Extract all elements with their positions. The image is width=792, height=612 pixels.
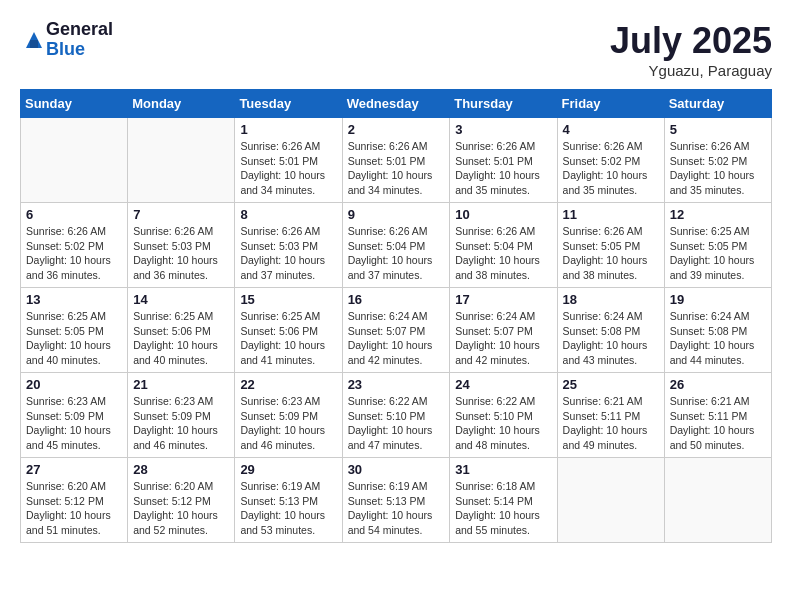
day-number: 9: [348, 207, 445, 222]
calendar-cell: 21Sunrise: 6:23 AM Sunset: 5:09 PM Dayli…: [128, 373, 235, 458]
day-number: 3: [455, 122, 551, 137]
day-number: 17: [455, 292, 551, 307]
calendar-cell: 12Sunrise: 6:25 AM Sunset: 5:05 PM Dayli…: [664, 203, 771, 288]
calendar-cell: 28Sunrise: 6:20 AM Sunset: 5:12 PM Dayli…: [128, 458, 235, 543]
day-info: Sunrise: 6:23 AM Sunset: 5:09 PM Dayligh…: [133, 394, 229, 453]
calendar-cell: 23Sunrise: 6:22 AM Sunset: 5:10 PM Dayli…: [342, 373, 450, 458]
day-number: 11: [563, 207, 659, 222]
day-number: 24: [455, 377, 551, 392]
day-info: Sunrise: 6:25 AM Sunset: 5:06 PM Dayligh…: [133, 309, 229, 368]
week-row-3: 13Sunrise: 6:25 AM Sunset: 5:05 PM Dayli…: [21, 288, 772, 373]
calendar-cell: 1Sunrise: 6:26 AM Sunset: 5:01 PM Daylig…: [235, 118, 342, 203]
calendar-cell: 14Sunrise: 6:25 AM Sunset: 5:06 PM Dayli…: [128, 288, 235, 373]
calendar-cell: 15Sunrise: 6:25 AM Sunset: 5:06 PM Dayli…: [235, 288, 342, 373]
day-info: Sunrise: 6:24 AM Sunset: 5:07 PM Dayligh…: [455, 309, 551, 368]
calendar-table: SundayMondayTuesdayWednesdayThursdayFrid…: [20, 89, 772, 543]
day-info: Sunrise: 6:22 AM Sunset: 5:10 PM Dayligh…: [455, 394, 551, 453]
day-number: 20: [26, 377, 122, 392]
day-info: Sunrise: 6:26 AM Sunset: 5:02 PM Dayligh…: [563, 139, 659, 198]
day-number: 27: [26, 462, 122, 477]
day-info: Sunrise: 6:26 AM Sunset: 5:01 PM Dayligh…: [240, 139, 336, 198]
calendar-cell: 16Sunrise: 6:24 AM Sunset: 5:07 PM Dayli…: [342, 288, 450, 373]
day-header-sunday: Sunday: [21, 90, 128, 118]
day-number: 25: [563, 377, 659, 392]
calendar-cell: [21, 118, 128, 203]
week-row-2: 6Sunrise: 6:26 AM Sunset: 5:02 PM Daylig…: [21, 203, 772, 288]
calendar-cell: 7Sunrise: 6:26 AM Sunset: 5:03 PM Daylig…: [128, 203, 235, 288]
week-row-5: 27Sunrise: 6:20 AM Sunset: 5:12 PM Dayli…: [21, 458, 772, 543]
day-number: 16: [348, 292, 445, 307]
day-number: 23: [348, 377, 445, 392]
day-number: 15: [240, 292, 336, 307]
svg-marker-1: [30, 40, 38, 48]
title-block: July 2025 Yguazu, Paraguay: [610, 20, 772, 79]
day-info: Sunrise: 6:26 AM Sunset: 5:01 PM Dayligh…: [455, 139, 551, 198]
day-info: Sunrise: 6:24 AM Sunset: 5:07 PM Dayligh…: [348, 309, 445, 368]
calendar-cell: 22Sunrise: 6:23 AM Sunset: 5:09 PM Dayli…: [235, 373, 342, 458]
day-info: Sunrise: 6:24 AM Sunset: 5:08 PM Dayligh…: [563, 309, 659, 368]
day-header-friday: Friday: [557, 90, 664, 118]
day-info: Sunrise: 6:23 AM Sunset: 5:09 PM Dayligh…: [240, 394, 336, 453]
calendar-cell: 25Sunrise: 6:21 AM Sunset: 5:11 PM Dayli…: [557, 373, 664, 458]
logo: General Blue: [20, 20, 113, 60]
logo-general: General: [46, 20, 113, 40]
day-info: Sunrise: 6:25 AM Sunset: 5:06 PM Dayligh…: [240, 309, 336, 368]
day-header-wednesday: Wednesday: [342, 90, 450, 118]
day-header-thursday: Thursday: [450, 90, 557, 118]
week-row-1: 1Sunrise: 6:26 AM Sunset: 5:01 PM Daylig…: [21, 118, 772, 203]
day-header-saturday: Saturday: [664, 90, 771, 118]
calendar-cell: 8Sunrise: 6:26 AM Sunset: 5:03 PM Daylig…: [235, 203, 342, 288]
day-info: Sunrise: 6:25 AM Sunset: 5:05 PM Dayligh…: [670, 224, 766, 283]
day-info: Sunrise: 6:24 AM Sunset: 5:08 PM Dayligh…: [670, 309, 766, 368]
day-number: 31: [455, 462, 551, 477]
day-number: 6: [26, 207, 122, 222]
day-info: Sunrise: 6:25 AM Sunset: 5:05 PM Dayligh…: [26, 309, 122, 368]
day-number: 19: [670, 292, 766, 307]
logo-text: General Blue: [46, 20, 113, 60]
calendar-cell: 5Sunrise: 6:26 AM Sunset: 5:02 PM Daylig…: [664, 118, 771, 203]
calendar-cell: 20Sunrise: 6:23 AM Sunset: 5:09 PM Dayli…: [21, 373, 128, 458]
calendar-cell: 27Sunrise: 6:20 AM Sunset: 5:12 PM Dayli…: [21, 458, 128, 543]
calendar-header-row: SundayMondayTuesdayWednesdayThursdayFrid…: [21, 90, 772, 118]
day-info: Sunrise: 6:26 AM Sunset: 5:05 PM Dayligh…: [563, 224, 659, 283]
day-info: Sunrise: 6:21 AM Sunset: 5:11 PM Dayligh…: [563, 394, 659, 453]
day-number: 12: [670, 207, 766, 222]
day-number: 14: [133, 292, 229, 307]
day-header-tuesday: Tuesday: [235, 90, 342, 118]
day-info: Sunrise: 6:19 AM Sunset: 5:13 PM Dayligh…: [240, 479, 336, 538]
calendar-cell: 13Sunrise: 6:25 AM Sunset: 5:05 PM Dayli…: [21, 288, 128, 373]
day-info: Sunrise: 6:26 AM Sunset: 5:01 PM Dayligh…: [348, 139, 445, 198]
day-info: Sunrise: 6:26 AM Sunset: 5:03 PM Dayligh…: [240, 224, 336, 283]
day-number: 18: [563, 292, 659, 307]
day-info: Sunrise: 6:26 AM Sunset: 5:02 PM Dayligh…: [670, 139, 766, 198]
calendar-cell: 19Sunrise: 6:24 AM Sunset: 5:08 PM Dayli…: [664, 288, 771, 373]
calendar-cell: [664, 458, 771, 543]
day-number: 2: [348, 122, 445, 137]
calendar-cell: 10Sunrise: 6:26 AM Sunset: 5:04 PM Dayli…: [450, 203, 557, 288]
day-info: Sunrise: 6:20 AM Sunset: 5:12 PM Dayligh…: [26, 479, 122, 538]
calendar-cell: 2Sunrise: 6:26 AM Sunset: 5:01 PM Daylig…: [342, 118, 450, 203]
day-info: Sunrise: 6:26 AM Sunset: 5:03 PM Dayligh…: [133, 224, 229, 283]
day-number: 21: [133, 377, 229, 392]
page-header: General Blue July 2025 Yguazu, Paraguay: [20, 20, 772, 79]
day-number: 30: [348, 462, 445, 477]
day-number: 8: [240, 207, 336, 222]
week-row-4: 20Sunrise: 6:23 AM Sunset: 5:09 PM Dayli…: [21, 373, 772, 458]
day-number: 1: [240, 122, 336, 137]
day-info: Sunrise: 6:19 AM Sunset: 5:13 PM Dayligh…: [348, 479, 445, 538]
day-info: Sunrise: 6:26 AM Sunset: 5:04 PM Dayligh…: [455, 224, 551, 283]
calendar-cell: 26Sunrise: 6:21 AM Sunset: 5:11 PM Dayli…: [664, 373, 771, 458]
calendar-cell: 3Sunrise: 6:26 AM Sunset: 5:01 PM Daylig…: [450, 118, 557, 203]
day-number: 29: [240, 462, 336, 477]
calendar-cell: 18Sunrise: 6:24 AM Sunset: 5:08 PM Dayli…: [557, 288, 664, 373]
calendar-cell: 29Sunrise: 6:19 AM Sunset: 5:13 PM Dayli…: [235, 458, 342, 543]
calendar-cell: 4Sunrise: 6:26 AM Sunset: 5:02 PM Daylig…: [557, 118, 664, 203]
calendar-cell: 6Sunrise: 6:26 AM Sunset: 5:02 PM Daylig…: [21, 203, 128, 288]
month-title: July 2025: [610, 20, 772, 62]
day-info: Sunrise: 6:18 AM Sunset: 5:14 PM Dayligh…: [455, 479, 551, 538]
day-number: 10: [455, 207, 551, 222]
day-header-monday: Monday: [128, 90, 235, 118]
day-info: Sunrise: 6:26 AM Sunset: 5:04 PM Dayligh…: [348, 224, 445, 283]
day-number: 13: [26, 292, 122, 307]
logo-blue: Blue: [46, 40, 113, 60]
